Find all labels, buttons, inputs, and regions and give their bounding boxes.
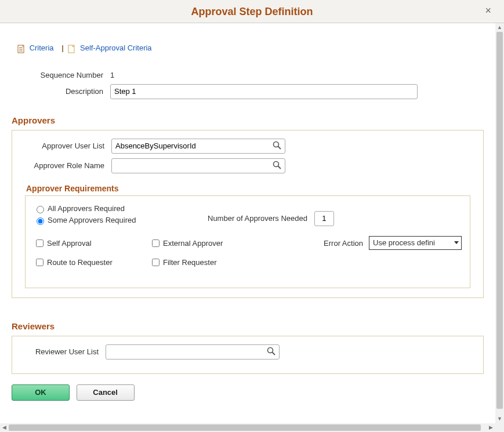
close-icon[interactable]: × [485, 5, 491, 17]
scrollbar-corner [495, 423, 504, 432]
value-sequence-number: 1 [110, 71, 114, 79]
subsection-title-requirements: Approver Requirements [26, 184, 474, 193]
label-reviewer-user-list: Reviewer User List [21, 347, 106, 356]
label-description: Description [12, 87, 110, 96]
checkbox-route-requester[interactable] [36, 259, 43, 266]
label-approver-user-list: Approver User List [21, 141, 111, 150]
row-num-approvers: Number of Approvers Needed [208, 211, 334, 226]
content: Criteria | Self-Approval Criteria Sequen… [0, 23, 495, 406]
document-icon [17, 44, 25, 53]
search-icon[interactable] [273, 161, 282, 170]
label-filter-requester: Filter Requester [163, 258, 216, 267]
row-reviewer-user-list: Reviewer User List [21, 344, 474, 360]
select-error-action[interactable]: Use process defini Route to admin on err… [369, 236, 462, 250]
svg-line-6 [278, 147, 281, 150]
label-num-approvers: Number of Approvers Needed [208, 214, 307, 223]
radio-all-approvers[interactable] [37, 206, 44, 213]
groupbox-requirements: All Approvers Required Some Approvers Re… [25, 195, 470, 288]
svg-line-10 [273, 353, 275, 355]
scroll-area: Criteria | Self-Approval Criteria Sequen… [0, 23, 495, 423]
vertical-scroll-thumb[interactable] [496, 32, 503, 409]
scroll-right-icon[interactable]: ▶ [487, 423, 495, 432]
breadcrumb-separator: | [61, 43, 64, 52]
input-approver-role-name[interactable] [111, 158, 285, 173]
svg-point-9 [268, 348, 273, 353]
label-some-approvers: Some Approvers Required [48, 216, 136, 224]
link-criteria[interactable]: Criteria [30, 43, 54, 52]
groupbox-approvers: Approver User List Approver Role Name [12, 130, 484, 298]
input-reviewer-user-list[interactable] [106, 344, 280, 360]
horizontal-scroll-thumb[interactable] [9, 424, 481, 431]
vertical-scrollbar[interactable]: ▲ ▼ [495, 23, 504, 423]
input-approver-user-list[interactable] [111, 139, 285, 154]
chevron-down-icon [454, 241, 459, 244]
scroll-up-icon[interactable]: ▲ [495, 23, 504, 32]
link-self-approval-criteria[interactable]: Self-Approval Criteria [80, 43, 152, 52]
scroll-left-icon[interactable]: ◀ [0, 423, 9, 432]
radio-some-approvers[interactable] [37, 217, 44, 225]
label-all-approvers: All Approvers Required [48, 204, 125, 213]
label-self-approval: Self Approval [47, 239, 92, 248]
checkbox-external-approver[interactable] [152, 239, 159, 247]
scroll-down-icon[interactable]: ▼ [495, 415, 504, 423]
label-error-action: Error Action [324, 239, 363, 248]
lookup-reviewer-user-list [106, 344, 280, 360]
label-external-approver: External Approver [163, 239, 223, 248]
lookup-approver-role-name [111, 158, 285, 173]
ok-button[interactable]: OK [12, 384, 70, 401]
input-num-approvers[interactable] [314, 211, 334, 226]
input-description[interactable] [110, 84, 418, 99]
breadcrumb: Criteria | Self-Approval Criteria [17, 43, 478, 53]
label-sequence-number: Sequence Number [12, 71, 110, 79]
modal-title: Approval Step Definition [191, 0, 313, 23]
search-icon[interactable] [273, 141, 282, 151]
row-description: Description [12, 84, 484, 99]
button-row: OK Cancel [12, 384, 484, 401]
label-approver-role-name: Approver Role Name [21, 161, 111, 170]
document-icon [68, 44, 75, 53]
search-icon[interactable] [267, 347, 276, 357]
section-title-reviewers: Reviewers [12, 321, 484, 331]
row-approver-role-name: Approver Role Name [21, 158, 474, 173]
groupbox-reviewers: Reviewer User List [12, 336, 484, 374]
svg-point-5 [274, 142, 279, 147]
modal-header: Approval Step Definition × [0, 0, 504, 23]
row-sequence-number: Sequence Number 1 [12, 71, 484, 79]
svg-line-8 [278, 166, 281, 169]
select-error-action-value: Use process defini [373, 238, 435, 247]
dropdown-error-action: Route to admin on error Route to next st… [369, 249, 462, 250]
lookup-approver-user-list [111, 139, 285, 154]
checkbox-self-approval[interactable] [36, 239, 43, 247]
svg-point-7 [274, 162, 279, 167]
checkbox-filter-requester[interactable] [152, 259, 159, 266]
horizontal-scrollbar[interactable]: ◀ ▶ [0, 423, 495, 432]
row-approver-user-list: Approver User List [21, 139, 474, 154]
label-route-requester: Route to Requester [47, 258, 113, 267]
section-title-approvers: Approvers [12, 115, 484, 125]
cancel-button[interactable]: Cancel [77, 384, 135, 401]
row-error-action: Error Action Use process defini Route to… [266, 236, 462, 250]
